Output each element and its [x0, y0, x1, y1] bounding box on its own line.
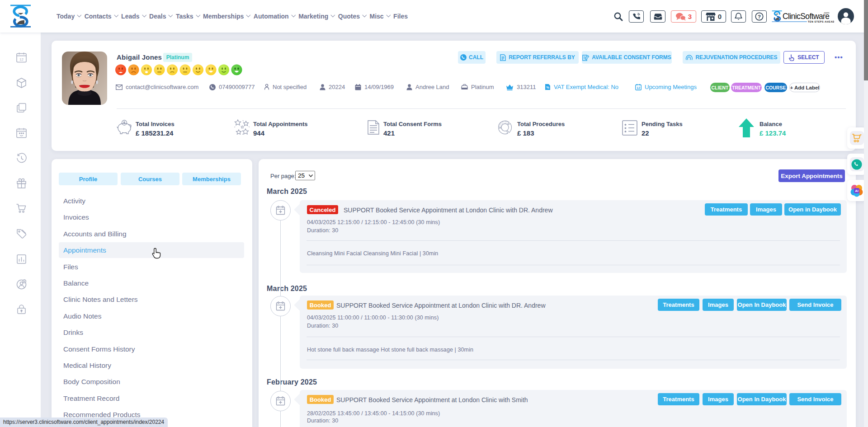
svg-text:AI: AI	[855, 188, 859, 192]
svg-text:ClinicSoftware: ClinicSoftware	[783, 12, 829, 21]
svg-text:12: 12	[19, 57, 24, 61]
svg-text:TEN STEPS AHEAD: TEN STEPS AHEAD	[808, 20, 834, 23]
svg-text:.com: .com	[823, 11, 829, 14]
svg-text:12: 12	[637, 86, 640, 89]
svg-text:%: %	[546, 85, 549, 89]
svg-text:?: ?	[758, 14, 761, 19]
